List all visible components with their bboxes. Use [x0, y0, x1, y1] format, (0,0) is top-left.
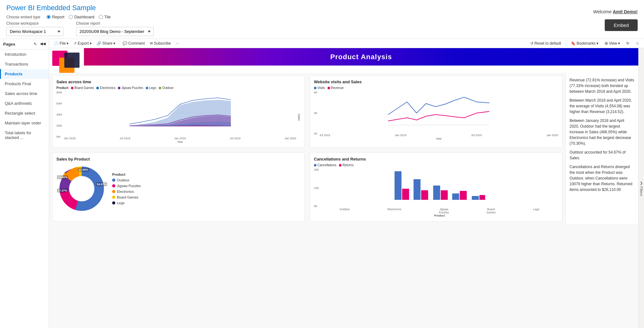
- header-graphic: [49, 48, 84, 73]
- collapse-icon[interactable]: ◀◀: [40, 41, 46, 47]
- star-icon: ☆: [636, 41, 639, 46]
- sidebar-page-item[interactable]: Products Final: [0, 79, 49, 89]
- export-icon: ↗: [73, 41, 77, 46]
- sales-time-svg: [64, 91, 296, 135]
- toolbar-more[interactable]: ···: [174, 40, 181, 47]
- pages-label: Pages: [3, 42, 15, 47]
- toolbar-view[interactable]: ⊞ View ▾: [603, 40, 622, 47]
- sidebar-header: Pages ↖ ◀◀: [0, 39, 49, 49]
- sidebar-pages: IntroductionTransactionsProductsProducts…: [0, 49, 49, 328]
- workspace-selector-group: Choose workspace Demo Workspace 1: [6, 21, 63, 36]
- cancellations-title: Cancellations and Returns: [314, 157, 558, 161]
- report-header-bar: Product Analysis: [84, 48, 638, 73]
- comment-icon: 💬: [123, 41, 127, 46]
- sales-time-chart: Sales across time Product Board Games El…: [52, 75, 305, 148]
- svg-rect-22: [441, 190, 448, 200]
- website-visits-title: Website visits and Sales: [314, 79, 558, 84]
- sidebar: Pages ↖ ◀◀ IntroductionTransactionsProdu…: [0, 39, 49, 328]
- charts-area: Sales across time Product Board Games El…: [49, 73, 565, 224]
- toolbar-reset[interactable]: ↺ Reset to default: [528, 40, 563, 47]
- report-selector-group: Choose report 2020SU09 Blog Demo - Septe…: [76, 21, 154, 36]
- view-icon: ⊞: [605, 41, 608, 46]
- sales-product-chart: Sales by Product: [52, 153, 305, 221]
- svg-rect-24: [460, 191, 467, 200]
- insight-2: Between March 2018 and April 2020, the a…: [570, 98, 634, 115]
- bookmark-icon: 🔖: [571, 41, 576, 46]
- svg-rect-21: [433, 186, 440, 200]
- refresh-icon: ↻: [626, 41, 629, 46]
- website-visits-chart: Website visits and Sales Visits Revenue …: [310, 75, 562, 148]
- sidebar-page-item[interactable]: Sales across time: [0, 89, 49, 98]
- workspace-select[interactable]: Demo Workspace 1: [6, 27, 63, 36]
- insights-panel: Revenue (72.81% increase) and Visits (77…: [565, 73, 638, 224]
- toolbar-share[interactable]: 🔗 Share ▾: [94, 40, 118, 47]
- chevron-left-icon: ❯: [640, 181, 643, 185]
- sales-time-legend: Product Board Games Electronics Jigsaw P…: [56, 86, 301, 90]
- share-icon: 🔗: [97, 41, 101, 46]
- sidebar-page-item[interactable]: Transactions: [0, 59, 49, 69]
- svg-rect-17: [395, 171, 402, 200]
- reset-icon: ↺: [530, 41, 533, 46]
- insight-3: Between January 2018 and April 2020, Out…: [570, 118, 634, 146]
- charts-grid: Sales across time Product Board Games El…: [52, 75, 562, 221]
- svg-rect-18: [402, 189, 409, 200]
- svg-rect-25: [472, 196, 479, 200]
- report-body: Sales across time Product Board Games El…: [49, 73, 638, 224]
- main-content: Product Analysis Sales across time Produ…: [49, 48, 638, 328]
- report-select[interactable]: 2020SU09 Blog Demo - September: [76, 27, 154, 36]
- sidebar-page-item[interactable]: Introduction: [0, 49, 49, 59]
- svg-rect-23: [452, 193, 459, 200]
- sidebar-page-item[interactable]: Q&A arithmetic: [0, 98, 49, 108]
- sidebar-page-item[interactable]: Products: [0, 69, 49, 79]
- toolbar-file[interactable]: 📄 File ▾: [52, 40, 71, 47]
- sidebar-page-item[interactable]: Total labels for stacked ...: [0, 128, 49, 142]
- visits-svg: [319, 91, 558, 132]
- svg-rect-26: [480, 195, 485, 200]
- insight-1: Revenue (72.81% increase) and Visits (77…: [570, 77, 634, 94]
- file-icon: 📄: [54, 41, 59, 46]
- sidebar-page-item[interactable]: Maintain layer order: [0, 118, 49, 128]
- toolbar-export[interactable]: ↗ Export ▾: [71, 40, 94, 47]
- insight-5: Cancellations and Returns diverged the m…: [570, 164, 634, 192]
- embed-type-label: Choose embed type: [6, 15, 40, 19]
- svg-rect-19: [414, 179, 421, 200]
- toolbar-comment[interactable]: 💬 Comment: [120, 40, 147, 47]
- sidebar-page-item[interactable]: Rectangle select: [0, 108, 49, 118]
- svg-rect-20: [421, 190, 428, 200]
- report-label: Choose report: [76, 21, 154, 26]
- toolbar-refresh[interactable]: ↻: [624, 40, 632, 47]
- toolbar-subscribe[interactable]: ✉ Subscribe: [148, 40, 173, 47]
- workspace-label: Choose workspace: [6, 21, 63, 26]
- filters-panel[interactable]: ❯ Filters: [638, 48, 644, 328]
- cursor-icon: ↖: [34, 41, 37, 47]
- welcome-text: Welcome Amit Demo!: [593, 9, 638, 14]
- radio-report[interactable]: Report: [47, 15, 64, 19]
- filters-label: Filters: [640, 186, 643, 196]
- radio-dashboard[interactable]: Dashboard: [69, 15, 94, 19]
- embed-button[interactable]: Embed: [605, 19, 638, 31]
- embed-type-radio-group: Report Dashboard Tile: [47, 15, 111, 19]
- cancellations-chart: Cancellations and Returns Cancellations …: [310, 153, 562, 221]
- cancellations-svg: [321, 168, 558, 206]
- subscribe-icon: ✉: [150, 41, 153, 46]
- toolbar: 📄 File ▾ ↗ Export ▾ 🔗 Share ▾ 💬 Comment …: [49, 39, 644, 48]
- radio-tile[interactable]: Tile: [99, 15, 111, 19]
- sales-time-title: Sales across time: [56, 79, 301, 84]
- app-title: Power BI Embedded Sample: [6, 4, 154, 12]
- donut-chart: 11.96% 12.98% 17.37% 54.67%: [56, 163, 107, 214]
- sales-product-title: Sales by Product: [56, 157, 301, 161]
- report-title: Product Analysis: [330, 53, 392, 61]
- toolbar-favorite[interactable]: ☆: [634, 40, 641, 47]
- toolbar-bookmarks[interactable]: 🔖 Bookmarks ▾: [569, 40, 601, 47]
- insight-4: Outdoor accounted for 54.67% of Sales.: [570, 149, 634, 161]
